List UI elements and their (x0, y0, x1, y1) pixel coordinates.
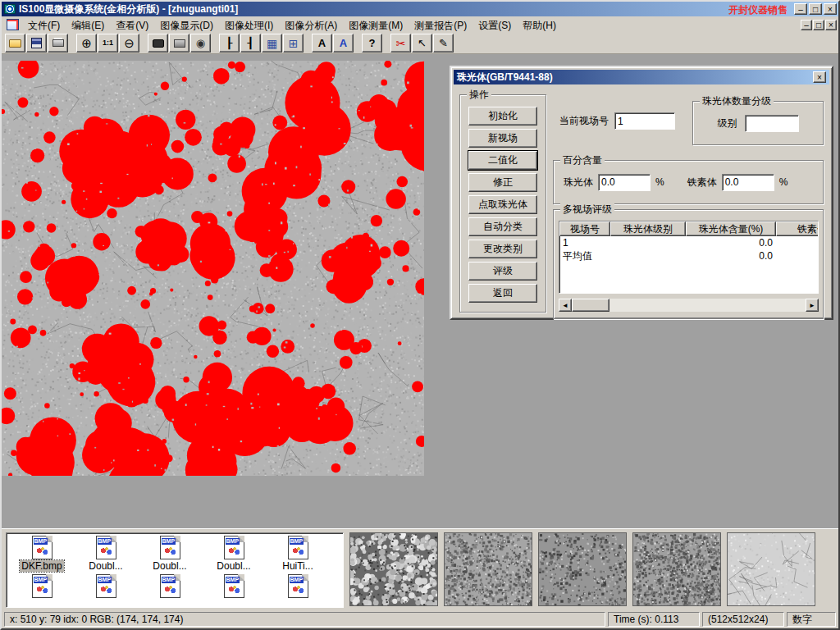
file-item[interactable]: BMP (74, 574, 138, 598)
paint-art (163, 585, 177, 595)
pick-pearlite-button[interactable]: 点取珠光体 (468, 195, 537, 214)
watermark-text: 开封仪器销售 (728, 3, 788, 17)
file-item[interactable]: BMPDoubl... (74, 536, 138, 572)
bmp-file-icon: BMP (224, 536, 244, 559)
delete-measure-button[interactable]: ✂ (390, 34, 411, 52)
save-button[interactable] (26, 34, 47, 52)
dialog-body: 操作 初始化新视场二值化修正点取珠光体自动分类更改类别评级返回 当前视场号 珠光… (451, 84, 832, 319)
mdi-close-button[interactable]: × (825, 20, 837, 30)
column-header[interactable]: 珠光体含量(%) (686, 221, 776, 236)
file-item[interactable]: BMP (138, 574, 202, 598)
table-row[interactable]: 平均值0.0 (559, 249, 818, 262)
menu-item[interactable]: 编辑(E) (66, 18, 110, 33)
measure-a-icon: ┠ (222, 37, 237, 50)
grade-level-input[interactable] (745, 115, 799, 132)
thumbnail-image[interactable] (632, 532, 721, 606)
help-button[interactable]: ? (362, 34, 382, 52)
mdi-document-icon[interactable] (7, 19, 19, 30)
menu-item[interactable]: 查看(V) (110, 18, 154, 33)
table-cell: 1 (559, 236, 610, 249)
table-scrollbar[interactable]: ◄ ► (559, 299, 819, 312)
menu-item[interactable]: 帮助(H) (517, 18, 562, 33)
file-item[interactable]: BMP (202, 574, 266, 598)
thumbnail-strip (349, 532, 815, 608)
bmp-badge: BMP (226, 538, 240, 545)
capture-frame-button[interactable]: ◉ (190, 34, 211, 52)
maximize-button[interactable]: □ (809, 3, 822, 15)
print-icon (52, 39, 64, 47)
init-button[interactable]: 初始化 (468, 107, 537, 126)
minimize-button[interactable]: – (794, 3, 807, 15)
open-folder-button[interactable] (5, 34, 25, 52)
bmp-file-icon: BMP (96, 536, 116, 559)
status-position: x: 510 y: 79 idx: 0 RGB: (174, 174, 174) (4, 612, 605, 627)
file-name: DKF.bmp (20, 560, 63, 572)
save-icon (31, 38, 42, 48)
menu-item[interactable]: 图像测量(M) (343, 18, 409, 33)
status-mode: 数字 (787, 612, 836, 627)
scroll-right-button[interactable]: ► (806, 299, 819, 312)
menu-item[interactable]: 设置(S) (472, 18, 517, 33)
file-item[interactable]: BMPDoubl... (202, 536, 266, 572)
video-capture-button[interactable] (169, 34, 189, 52)
new-field-button[interactable]: 新视场 (468, 129, 537, 148)
measure-b-button[interactable]: ┨ (240, 34, 261, 52)
column-header[interactable]: 珠光体级别 (610, 221, 686, 236)
bmp-badge: BMP (162, 538, 176, 545)
table-row[interactable]: 10.0 (559, 236, 818, 249)
zoom-out-button[interactable]: ⊖ (119, 34, 139, 52)
grid-button[interactable]: ⊞ (283, 34, 304, 52)
thumbnail-image[interactable] (349, 532, 438, 606)
scroll-left-button[interactable]: ◄ (559, 299, 572, 312)
thumbnail-image[interactable] (444, 532, 532, 606)
pointer-button[interactable]: ↖ (412, 34, 432, 52)
column-header[interactable]: 铁素体 (776, 221, 819, 236)
current-field-input[interactable] (614, 112, 675, 130)
grid-icon: ⊞ (286, 37, 301, 50)
text-annotation-button[interactable]: A (312, 34, 332, 52)
table-cell (610, 249, 686, 262)
pointer-icon: ↖ (415, 37, 430, 50)
bmp-file-icon: BMP (96, 574, 116, 598)
file-item[interactable]: BMPHuiTi... (266, 536, 330, 572)
file-item[interactable]: BMP (10, 574, 74, 598)
file-item[interactable]: BMPDoubl... (138, 536, 202, 572)
camera-button[interactable] (148, 34, 168, 52)
dialog-close-button[interactable]: × (813, 71, 826, 83)
mdi-minimize-button[interactable]: – (801, 20, 812, 30)
text-style-button[interactable]: A (333, 34, 354, 52)
menu-item[interactable]: 测量报告(P) (409, 18, 472, 33)
zoom-in-button[interactable]: ⊕ (76, 34, 97, 52)
menu-item[interactable]: 图像分析(A) (279, 18, 343, 33)
menu-item[interactable]: 图像处理(I) (219, 18, 279, 33)
ferrite-percent-input[interactable] (722, 174, 774, 191)
column-header[interactable]: 视场号 (559, 221, 610, 236)
calibration-button[interactable]: ▦ (262, 34, 282, 52)
color-picker-button[interactable]: ✎ (433, 34, 454, 52)
print-button[interactable] (48, 34, 68, 52)
correct-button[interactable]: 修正 (468, 173, 537, 192)
binarize-button[interactable]: 二值化 (468, 151, 537, 170)
thumbnail-image[interactable] (727, 532, 815, 606)
bmp-file-icon: BMP (160, 574, 180, 598)
multi-field-group: 多视场评级 视场号珠光体级别珠光体含量(%)铁素体 10.0平均值0.0 ◄ ► (553, 209, 824, 319)
return-button[interactable]: 返回 (468, 284, 537, 303)
close-button[interactable]: × (824, 3, 837, 15)
file-item[interactable]: BMP (266, 574, 330, 598)
help-icon: ? (365, 37, 380, 50)
metallograph-image[interactable] (2, 61, 424, 476)
thumbnail-image[interactable] (538, 532, 627, 606)
file-list[interactable]: BMPDKF.bmpBMPDoubl...BMPDoubl...BMPDoubl… (6, 532, 344, 608)
pearlite-percent-input[interactable] (598, 174, 651, 191)
menu-item[interactable]: 文件(F) (22, 18, 66, 33)
scrollbar-thumb[interactable] (572, 299, 609, 312)
file-item[interactable]: BMPDKF.bmp (10, 536, 74, 572)
mdi-restore-button[interactable]: □ (813, 20, 824, 30)
change-class-button[interactable]: 更改类别 (468, 240, 537, 258)
grade-button[interactable]: 评级 (468, 262, 537, 281)
menu-item[interactable]: 图像显示(D) (154, 18, 219, 33)
actual-size-button[interactable]: 1:1 (98, 34, 118, 52)
measure-a-button[interactable]: ┠ (219, 34, 240, 52)
auto-classify-button[interactable]: 自动分类 (468, 217, 537, 236)
dialog-title-bar[interactable]: 珠光体(GB/T9441-88) × (454, 70, 829, 84)
